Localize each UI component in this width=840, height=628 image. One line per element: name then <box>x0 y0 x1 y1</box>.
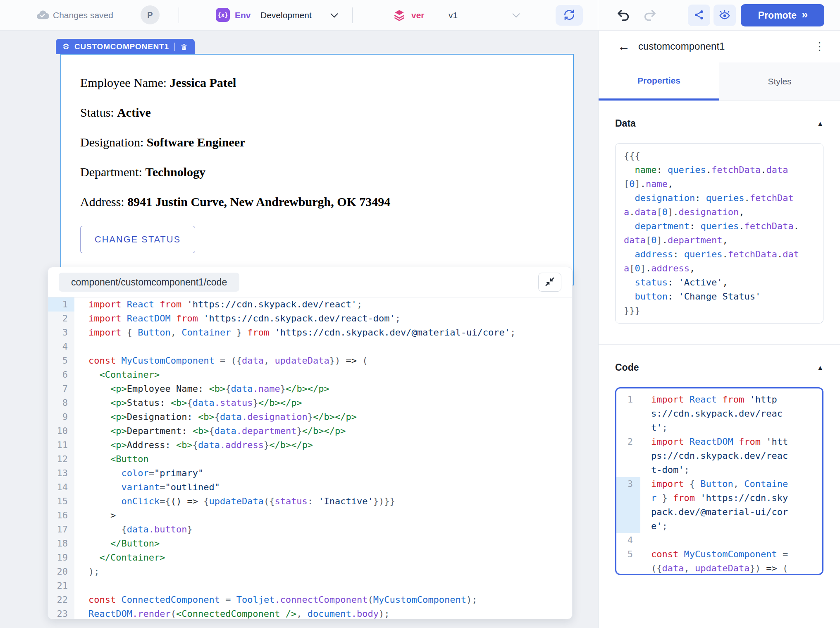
widget-tab-divider <box>174 43 175 51</box>
line-number: 9 <box>48 410 74 424</box>
code-line: status: 'Active', <box>624 276 815 290</box>
back-button[interactable]: ← <box>615 40 632 53</box>
code-line: 16 > <box>48 508 572 523</box>
line-number: 4 <box>616 533 640 547</box>
code-line: 20); <box>48 565 572 579</box>
employee-field: Employee Name: Jessica Patel <box>80 76 554 89</box>
line-number: 5 <box>48 354 74 368</box>
double-chevron-icon: » <box>802 9 807 20</box>
code-line: 19 </Container> <box>48 551 572 565</box>
tab-properties[interactable]: Properties <box>599 62 719 101</box>
line-number <box>616 561 640 575</box>
environment-icon: {x} <box>216 8 230 22</box>
preview-eye-button[interactable] <box>714 5 736 26</box>
code-line: 15 onClick={() => {updateData({status: '… <box>48 494 572 508</box>
topbar-divider <box>352 7 353 23</box>
inspector-title: customcomponent1 <box>638 41 725 52</box>
data-section-header[interactable]: Data ▲ <box>615 118 823 129</box>
code-line: 14 variant="outlined" <box>48 480 572 494</box>
line-number: 23 <box>48 607 74 619</box>
component-code-editor[interactable]: 1import React from 'https://cdn.skypack.… <box>615 387 823 575</box>
kebab-menu-icon[interactable]: ⋮ <box>811 41 828 53</box>
line-number: 18 <box>48 537 74 551</box>
avatar[interactable]: P <box>141 5 160 24</box>
code-line: e'; <box>616 519 822 533</box>
code-line: pack.dev/@material-ui/cor <box>616 505 822 519</box>
data-binding-editor[interactable]: {{{ name: queries.fetchData.data[0].name… <box>615 143 823 324</box>
code-line: 5const MyCustomComponent = <box>616 547 822 561</box>
code-line: [0].name, <box>624 177 815 191</box>
code-line: r } from 'https://cdn.sky <box>616 491 822 505</box>
line-number <box>616 491 640 505</box>
env-label: Env <box>235 0 251 30</box>
code-line: 1import React from 'https://cdn.skypack.… <box>48 297 572 312</box>
environment-selector[interactable]: Development <box>260 0 312 30</box>
field-value: Active <box>117 105 151 119</box>
top-bar: Changes saved P {x} Env Development ver … <box>0 0 840 31</box>
change-status-button[interactable]: CHANGE STATUS <box>80 226 195 253</box>
line-number <box>616 519 640 533</box>
code-section-header[interactable]: Code ▲ <box>615 362 823 373</box>
inspector-content: Data ▲ {{{ name: queries.fetchData.data[… <box>599 118 840 575</box>
code-line: 3import { Button, Container } from 'http… <box>48 326 572 340</box>
field-value: Software Engineer <box>147 135 246 149</box>
line-number: 12 <box>48 452 74 466</box>
code-line: 12 <Button <box>48 452 572 466</box>
undo-button[interactable] <box>615 7 632 24</box>
code-line: 2import ReactDOM from 'htt <box>616 435 822 449</box>
code-line: 10 <p>Department: <b>{data.department}</… <box>48 424 572 438</box>
code-line: a.data[0].designation, <box>624 205 815 219</box>
app-editor: Changes saved P {x} Env Development ver … <box>0 0 840 628</box>
widget-config-tab[interactable]: ⚙ CUSTOMCOMPONENT1 <box>56 39 195 54</box>
chevron-down-icon[interactable] <box>512 10 520 17</box>
promote-button[interactable]: Promote » <box>741 4 824 26</box>
refresh-button[interactable] <box>556 5 583 26</box>
code-line: 9 <p>Designation: <b>{data.designation}<… <box>48 410 572 424</box>
code-line: 11 <p>Address: <b>{data.address}</b></p> <box>48 438 572 452</box>
code-line: 13 color="primary" <box>48 466 572 480</box>
line-number <box>616 449 640 463</box>
changes-saved-status: Changes saved <box>53 0 113 30</box>
field-value: Technology <box>145 165 205 179</box>
tab-styles[interactable]: Styles <box>719 62 840 101</box>
undo-icon <box>616 8 631 24</box>
line-number: 8 <box>48 396 74 410</box>
line-number: 22 <box>48 593 74 607</box>
share-button[interactable] <box>688 5 710 26</box>
redo-button[interactable] <box>642 7 658 24</box>
line-number: 20 <box>48 565 74 579</box>
field-label: Employee Name: <box>80 76 170 89</box>
code-line: s://cdn.skypack.dev/reac <box>616 407 822 421</box>
field-label: Department: <box>80 165 145 179</box>
line-number: 17 <box>48 523 74 537</box>
collapse-editor-button[interactable] <box>538 273 561 292</box>
section-divider <box>599 344 840 345</box>
version-selector[interactable]: v1 <box>449 0 458 30</box>
line-number: 4 <box>48 340 74 354</box>
inspector-tabs: Properties Styles <box>599 62 840 101</box>
code-line: 22const ConnectedComponent = Tooljet.con… <box>48 593 572 607</box>
field-label: Status: <box>80 105 117 119</box>
line-number: 3 <box>48 326 74 340</box>
code-line: }}} <box>624 304 815 318</box>
code-line: 1import React from 'http <box>616 393 822 407</box>
line-number: 2 <box>616 435 640 449</box>
chevron-down-icon[interactable] <box>330 10 338 17</box>
gear-icon[interactable]: ⚙ <box>62 43 69 50</box>
code-line: t'; <box>616 421 822 435</box>
code-editor[interactable]: 1import React from 'https://cdn.skypack.… <box>48 297 572 619</box>
code-line: data[0].department, <box>624 233 815 247</box>
employee-card: Employee Name: Jessica PatelStatus: Acti… <box>61 55 573 253</box>
collapse-caret-icon[interactable]: ▲ <box>817 120 823 127</box>
code-line: 4 <box>48 340 572 354</box>
code-line: 6 <Container> <box>48 368 572 382</box>
custom-component-widget[interactable]: Employee Name: Jessica PatelStatus: Acti… <box>60 54 574 285</box>
refresh-icon <box>563 9 575 22</box>
code-line: {{{ <box>624 149 815 163</box>
collapse-caret-icon[interactable]: ▲ <box>817 364 823 372</box>
trash-icon[interactable] <box>180 43 188 51</box>
code-line: 21 <box>48 579 572 593</box>
line-number: 1 <box>616 393 640 407</box>
line-number <box>616 505 640 519</box>
code-panel-header: component/customcomponent1/code <box>48 267 572 297</box>
